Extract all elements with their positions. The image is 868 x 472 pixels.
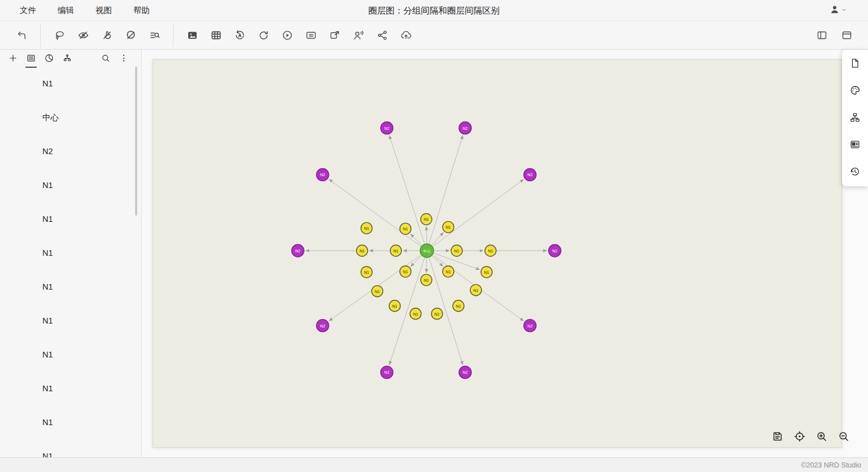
graph-node-m8[interactable]: N2 [524,320,536,332]
image-button[interactable] [182,25,202,46]
locate-icon [793,430,806,443]
node-label: N1 [474,289,479,292]
graph-node-n11[interactable]: N1 [442,266,454,277]
eye-off-button[interactable] [73,25,93,46]
node-list-button[interactable] [24,51,38,65]
menu-item-1[interactable]: 编辑 [58,5,74,16]
canvas-area: 中心N1N1N1N1N1N1N1N1N1N1N1N1N1N1N1N1N1N1N1… [142,50,868,457]
sidebar-scrollbar[interactable] [135,67,137,216]
list-item[interactable]: N1 [0,338,141,372]
graph-node-n2[interactable]: N1 [400,223,411,234]
graph-node-n4[interactable]: N1 [361,222,372,234]
graph-node-n14[interactable]: N1 [372,286,383,297]
user-voice-button[interactable] [348,25,368,46]
graph-node-n6[interactable]: N1 [357,245,368,256]
node-label: N2 [320,324,325,328]
graph-node-m2[interactable]: N2 [459,122,471,134]
add-button[interactable] [6,51,20,65]
graph-node-c[interactable]: 中心 [420,244,433,257]
toolbar-separator [40,24,41,47]
external-link-button[interactable] [324,25,345,46]
external-link-icon [329,29,341,41]
left-sidebar: N1中心N2N1N1N1N1N1N1N1N1N1 [0,50,142,457]
page-button[interactable] [849,57,861,69]
panel-top-button[interactable] [836,25,857,46]
undo-button[interactable] [11,25,32,46]
search-list-button[interactable] [144,25,164,46]
node-label: N1 [403,227,408,231]
main-toolbar: 3D [0,21,868,50]
list-item[interactable]: N1 [0,168,141,202]
list-item[interactable]: N1 [0,236,141,270]
graph-node-m7[interactable]: N2 [316,320,329,332]
graph-node-n8[interactable]: N1 [485,245,496,256]
palette-button[interactable] [849,84,861,97]
graph-node-n19[interactable]: N1 [453,300,464,312]
more-button[interactable] [116,51,131,65]
sitemap-button[interactable] [849,111,861,124]
graph-node-n16[interactable]: N1 [389,300,401,312]
node-label: N1 [392,304,397,308]
list-item[interactable]: N1 [0,405,141,439]
graph-node-n18[interactable]: N1 [431,308,442,320]
list-item[interactable]: N1 [0,202,141,236]
node-label: N2 [384,370,389,374]
rotate-button[interactable] [253,25,274,46]
graph-node-m9[interactable]: N2 [381,366,393,378]
table-button[interactable] [206,25,226,46]
list-item[interactable]: 中心 [0,100,141,134]
graph-node-n1[interactable]: N1 [420,213,432,225]
zoom-out-button[interactable] [837,430,850,443]
graph-node-m5[interactable]: N2 [292,244,304,257]
badge-off-button[interactable] [120,25,141,46]
lasso-select-icon [54,29,66,41]
document-title: 圈层图：分组间隔和圈层间隔区别 [368,5,500,16]
pie-chart-button[interactable] [42,51,57,65]
list-item[interactable]: N2 [0,134,141,168]
graph-node-n15[interactable]: N1 [470,285,481,296]
list-item[interactable]: N1 [0,304,141,338]
graph-node-n7[interactable]: N1 [451,245,462,256]
zoom-in-button[interactable] [815,430,828,443]
page-icon [849,58,861,69]
share-button[interactable] [372,25,392,46]
menu-item-3[interactable]: 帮助 [133,5,150,16]
graph-edge [433,180,524,247]
history-button[interactable] [849,165,861,178]
list-item[interactable]: N1 [0,270,141,304]
search-button[interactable] [98,51,113,65]
graph-node-m1[interactable]: N2 [381,122,393,134]
graph-node-m4[interactable]: N2 [524,168,536,181]
graph-node-m10[interactable]: N2 [459,366,471,378]
cloud-upload-button[interactable] [396,25,416,46]
graph-node-m6[interactable]: N2 [549,244,561,257]
hierarchy-button[interactable] [60,51,75,65]
graph-node-n13[interactable]: N1 [481,266,492,278]
legend-button[interactable] [849,138,861,151]
menu-item-2[interactable]: 视图 [96,5,112,16]
panel-left-button[interactable] [811,25,832,46]
3d-button[interactable]: 3D [301,25,321,46]
account-menu[interactable] [829,4,848,18]
diagram-canvas[interactable]: 中心N1N1N1N1N1N1N1N1N1N1N1N1N1N1N1N1N1N1N1… [153,59,842,448]
list-item[interactable]: N1 [0,67,141,100]
graph-node-n12[interactable]: N1 [361,266,372,278]
locate-button[interactable] [793,430,806,443]
list-item[interactable]: N1 [0,372,141,405]
graph-node-n3[interactable]: N1 [442,221,454,233]
auto-layout-button[interactable] [229,25,250,46]
node-label: N1 [424,278,429,282]
play-button[interactable] [277,25,297,46]
graph-node-m3[interactable]: N2 [316,168,329,181]
menu-item-0[interactable]: 文件 [20,5,36,16]
search-list-icon [149,29,160,41]
graph-node-n5[interactable]: N1 [390,245,402,256]
save-button[interactable] [771,430,784,443]
graph-node-n10[interactable]: N1 [420,274,432,286]
lasso-select-button[interactable] [49,25,70,46]
pointer-off-button[interactable] [97,25,117,46]
node-label: N1 [446,225,451,229]
graph-node-n17[interactable]: N1 [410,308,421,320]
graph-node-n9[interactable]: N1 [400,266,411,277]
list-item[interactable]: N1 [0,439,141,457]
